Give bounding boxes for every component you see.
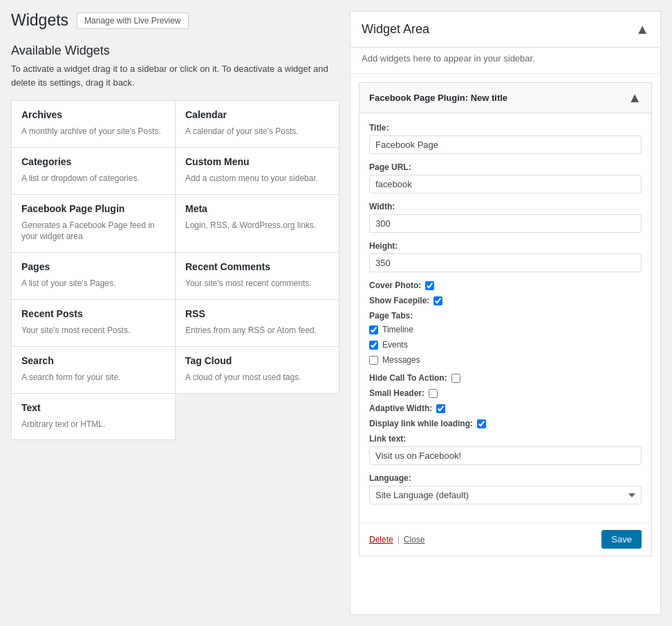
facebook-plugin-section: Facebook Page Plugin: New title ▲ Title:… — [359, 82, 652, 556]
widget-name[interactable]: Meta — [185, 203, 329, 214]
list-item[interactable]: Recent Posts Your site's most recent Pos… — [11, 299, 176, 347]
page-tabs-section: Page Tabs: Timeline Events Messages — [369, 311, 642, 365]
list-item[interactable]: Facebook Page Plugin Generates a Faceboo… — [11, 194, 176, 254]
language-label: Language: — [369, 473, 642, 483]
small-header-checkbox[interactable] — [429, 389, 438, 398]
list-item[interactable]: Custom Menu Add a custom menu to your si… — [175, 147, 339, 195]
adaptive-width-label: Adaptive Width: — [369, 404, 432, 413]
page-title: Widgets — [11, 11, 68, 30]
cover-photo-row: Cover Photo: — [369, 281, 642, 290]
show-facepile-row: Show Facepile: — [369, 296, 642, 305]
widgets-grid: Archives A monthly archive of your site'… — [11, 100, 339, 439]
widget-desc: Entries from any RSS or Atom feed. — [185, 325, 329, 336]
tab-timeline-label: Timeline — [382, 325, 413, 334]
adaptive-width-checkbox[interactable] — [436, 404, 445, 413]
footer-separator: | — [398, 535, 400, 544]
facebook-plugin-header[interactable]: Facebook Page Plugin: New title ▲ — [360, 83, 651, 113]
height-input[interactable] — [369, 254, 642, 272]
page-url-input[interactable] — [369, 175, 642, 193]
widget-name[interactable]: Calendar — [185, 109, 329, 120]
width-row: Width: — [369, 202, 642, 233]
height-row: Height: — [369, 241, 642, 272]
widget-name[interactable]: Facebook Page Plugin — [21, 203, 165, 214]
link-text-input[interactable] — [369, 446, 642, 465]
collapse-icon[interactable]: ▲ — [635, 21, 649, 37]
show-facepile-label: Show Facepile: — [369, 296, 429, 305]
close-link[interactable]: Close — [404, 535, 425, 544]
title-row: Title: — [369, 123, 642, 154]
height-label: Height: — [369, 241, 642, 251]
link-text-row: Link text: — [369, 434, 642, 465]
widget-desc: A monthly archive of your site's Posts. — [21, 126, 165, 137]
delete-link[interactable]: Delete — [369, 535, 393, 544]
widget-name[interactable]: Custom Menu — [185, 156, 329, 167]
list-item[interactable]: Recent Comments Your site's most recent … — [175, 252, 339, 300]
tab-timeline-checkbox[interactable] — [369, 325, 378, 334]
hide-cta-checkbox[interactable] — [451, 374, 460, 383]
tab-events-label: Events — [382, 340, 408, 350]
small-header-label: Small Header: — [369, 388, 424, 398]
tab-events-checkbox[interactable] — [369, 341, 378, 350]
left-panel: Widgets Manage with Live Preview Availab… — [11, 11, 350, 615]
width-label: Width: — [369, 202, 642, 211]
tab-events-row: Events — [369, 340, 642, 350]
list-item[interactable]: Calendar A calendar of your site's Posts… — [175, 100, 339, 148]
display-link-checkbox[interactable] — [477, 419, 486, 428]
widget-desc: Arbitrary text or HTML. — [21, 419, 165, 430]
widget-name[interactable]: Recent Comments — [185, 261, 329, 272]
page-tabs-label: Page Tabs: — [369, 311, 642, 321]
language-select[interactable]: Site Language (default) — [369, 486, 642, 504]
widget-area-header: Widget Area ▲ — [351, 12, 660, 48]
cover-photo-checkbox[interactable] — [425, 281, 434, 290]
widget-desc: Add a custom menu to your sidebar. — [185, 173, 329, 184]
save-button[interactable]: Save — [601, 530, 642, 549]
widget-area-title: Widget Area — [362, 22, 429, 37]
small-header-row: Small Header: — [369, 388, 642, 398]
widget-name[interactable]: Archives — [21, 109, 165, 120]
title-label: Title: — [369, 123, 642, 133]
widget-name[interactable]: Search — [21, 355, 165, 366]
widget-name[interactable]: Pages — [21, 261, 165, 272]
list-item[interactable]: Categories A list or dropdown of categor… — [11, 147, 176, 195]
tab-messages-checkbox[interactable] — [369, 356, 378, 365]
widget-desc: Login, RSS, & WordPress.org links. — [185, 220, 329, 231]
adaptive-width-row: Adaptive Width: — [369, 404, 642, 413]
tab-timeline-row: Timeline — [369, 325, 642, 334]
link-text-label: Link text: — [369, 434, 642, 444]
page-url-label: Page URL: — [369, 162, 642, 172]
title-input[interactable] — [369, 135, 642, 154]
widget-desc: Your site's most recent comments. — [185, 278, 329, 290]
live-preview-button[interactable]: Manage with Live Preview — [77, 12, 188, 29]
facebook-plugin-title: Facebook Page Plugin: New title — [369, 93, 507, 103]
facebook-plugin-footer: Delete | Close Save — [360, 522, 651, 556]
list-item[interactable]: Meta Login, RSS, & WordPress.org links. — [175, 194, 339, 254]
widget-name[interactable]: RSS — [185, 308, 329, 319]
widget-desc: Your site's most recent Posts. — [21, 325, 165, 336]
widget-area-desc: Add widgets here to appear in your sideb… — [351, 48, 660, 74]
tab-messages-row: Messages — [369, 355, 642, 365]
hide-cta-label: Hide Call To Action: — [369, 373, 447, 383]
widget-name[interactable]: Tag Cloud — [185, 355, 329, 366]
display-link-row: Display link while loading: — [369, 419, 642, 428]
facebook-plugin-body: Title: Page URL: Width: Height: — [360, 113, 651, 522]
hide-cta-row: Hide Call To Action: — [369, 373, 642, 383]
width-input[interactable] — [369, 214, 642, 233]
footer-links: Delete | Close — [369, 535, 425, 544]
widget-name[interactable]: Categories — [21, 156, 165, 167]
widget-name[interactable]: Text — [21, 402, 165, 413]
widget-name[interactable]: Recent Posts — [21, 308, 165, 319]
available-widgets-desc: To activate a widget drag it to a sideba… — [11, 62, 339, 89]
widget-desc: A list of your site's Pages. — [21, 278, 165, 290]
list-item[interactable]: Archives A monthly archive of your site'… — [11, 100, 176, 148]
display-link-label: Display link while loading: — [369, 419, 473, 428]
show-facepile-checkbox[interactable] — [433, 296, 442, 305]
list-item[interactable]: Tag Cloud A cloud of your most used tags… — [175, 346, 339, 394]
language-row: Language: Site Language (default) — [369, 473, 642, 504]
list-item[interactable]: Text Arbitrary text or HTML. — [11, 393, 176, 441]
right-panel: Widget Area ▲ Add widgets here to appear… — [350, 11, 661, 615]
list-item[interactable]: Search A search form for your site. — [11, 346, 176, 394]
list-item[interactable]: RSS Entries from any RSS or Atom feed. — [175, 299, 339, 347]
page-url-row: Page URL: — [369, 162, 642, 193]
plugin-collapse-icon[interactable]: ▲ — [628, 90, 642, 106]
list-item[interactable]: Pages A list of your site's Pages. — [11, 252, 176, 300]
